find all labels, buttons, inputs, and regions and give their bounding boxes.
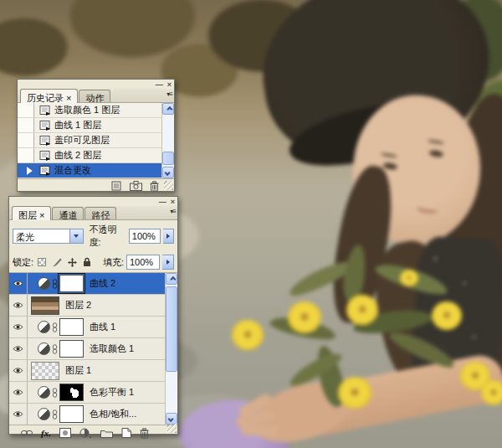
mask-link-icon[interactable] <box>52 322 58 333</box>
opacity-input[interactable]: 100% <box>129 229 161 244</box>
fill-slider-icon[interactable] <box>162 255 174 270</box>
layers-bottom-bar: fx. <box>9 425 177 440</box>
layer-row[interactable]: 选取颜色 1 <box>9 338 177 360</box>
layer-mask-thumbnail[interactable] <box>59 340 84 358</box>
opacity-slider-icon[interactable] <box>163 229 174 244</box>
layer-thumbnail[interactable] <box>31 296 59 315</box>
history-item[interactable]: 曲线 2 图层 <box>18 148 174 163</box>
history-item[interactable]: 曲线 1 图层 <box>18 118 174 133</box>
layer-name[interactable]: 曲线 2 <box>90 277 115 290</box>
blend-mode-select[interactable]: 柔光 <box>13 229 84 244</box>
layer-name[interactable]: 色相/饱和... <box>90 408 136 420</box>
scroll-down-icon[interactable] <box>162 167 174 178</box>
tab-history[interactable]: 历史记录 × <box>20 89 78 103</box>
mask-link-icon[interactable] <box>52 278 58 290</box>
lock-label: 锁定: <box>13 256 33 269</box>
layer-style-icon[interactable]: fx. <box>41 428 51 438</box>
mask-link-icon[interactable] <box>52 387 58 399</box>
layer-mask-thumbnail[interactable] <box>59 318 84 336</box>
history-snapshot-cell[interactable] <box>18 103 34 117</box>
resize-grip[interactable] <box>164 181 173 190</box>
new-snapshot-icon[interactable] <box>130 181 142 191</box>
history-source-cell[interactable] <box>18 163 34 178</box>
minimize-icon[interactable]: — <box>159 198 166 205</box>
visibility-cell[interactable] <box>9 295 28 316</box>
blend-opacity-row: 柔光 不透明度: 100% <box>9 220 177 251</box>
tab-channels[interactable]: 通道 <box>52 207 84 219</box>
lock-position-icon[interactable] <box>66 257 78 268</box>
history-scrollbar[interactable] <box>161 103 174 178</box>
lock-image-icon[interactable] <box>51 257 63 268</box>
blend-mode-value: 柔光 <box>13 229 69 243</box>
tab-actions[interactable]: 动作 <box>79 90 110 102</box>
fill-input[interactable]: 100% <box>126 255 160 270</box>
layer-row[interactable]: 曲线 1 <box>9 317 177 338</box>
delete-layer-icon[interactable] <box>140 428 149 439</box>
layers-scrollbar[interactable] <box>165 273 177 425</box>
layer-mask-thumbnail[interactable] <box>59 275 84 292</box>
visibility-cell[interactable] <box>9 382 28 403</box>
new-group-icon[interactable] <box>100 429 113 438</box>
history-item-selected[interactable]: 混合更改 <box>18 163 174 178</box>
close-icon[interactable]: × <box>167 81 172 88</box>
chevron-down-icon[interactable] <box>69 229 83 243</box>
tab-paths[interactable]: 路径 <box>85 207 116 219</box>
layers-panel-tabs: 图层 × 通道 路径 ▾≡ <box>9 206 177 220</box>
layers-panel: — × 图层 × 通道 路径 ▾≡ 柔光 不透明度: 100% 锁定: 填充: … <box>8 196 178 435</box>
mask-link-icon[interactable] <box>52 343 58 355</box>
scrollbar-thumb[interactable] <box>166 286 177 372</box>
panel-menu-icon[interactable]: ▾≡ <box>166 90 172 98</box>
history-snapshot-cell[interactable] <box>18 118 34 132</box>
visibility-cell[interactable] <box>9 273 28 294</box>
layer-name[interactable]: 色彩平衡 1 <box>90 386 134 399</box>
layer-name[interactable]: 图层 1 <box>65 364 91 377</box>
history-snapshot-cell[interactable] <box>18 148 34 162</box>
delete-state-icon[interactable] <box>150 181 159 192</box>
scroll-down-icon[interactable] <box>166 413 177 425</box>
lock-all-icon[interactable] <box>81 257 93 268</box>
new-document-from-state-icon[interactable] <box>111 181 122 191</box>
close-icon[interactable]: × <box>171 198 175 205</box>
history-snapshot-cell[interactable] <box>18 133 34 147</box>
layer-thumbnail-transparent[interactable] <box>31 362 59 380</box>
scroll-up-icon[interactable] <box>162 103 174 115</box>
scrollbar-thumb[interactable] <box>162 152 174 165</box>
visibility-cell[interactable] <box>9 317 28 337</box>
history-state-icon <box>39 136 51 146</box>
minimize-icon[interactable]: — <box>156 81 163 88</box>
layer-row-selected[interactable]: 曲线 2 <box>9 273 177 295</box>
visibility-cell[interactable] <box>9 360 28 381</box>
resize-grip[interactable] <box>167 424 177 433</box>
layer-name[interactable]: 曲线 1 <box>90 321 115 333</box>
layer-row[interactable]: 色相/饱和... <box>9 404 177 425</box>
visibility-cell[interactable] <box>9 338 28 359</box>
layer-row[interactable]: 色彩平衡 1 <box>9 382 177 404</box>
history-panel-titlebar: — × <box>18 80 174 89</box>
layer-mask-thumbnail[interactable] <box>59 384 84 401</box>
history-panel: — × 历史记录 × 动作 ▾≡ 选取颜色 1 图层 曲线 1 图层 盖印可见图… <box>17 79 175 192</box>
history-state-icon <box>39 121 51 131</box>
history-state-icon <box>39 106 51 116</box>
add-layer-mask-icon[interactable] <box>59 428 71 438</box>
history-item-label: 盖印可见图层 <box>54 134 110 147</box>
eye-icon <box>13 410 23 418</box>
mask-link-icon[interactable] <box>52 409 58 420</box>
history-item[interactable]: 选取颜色 1 图层 <box>18 103 174 118</box>
history-item[interactable]: 盖印可见图层 <box>18 133 174 148</box>
layer-row[interactable]: 图层 2 <box>9 295 177 317</box>
adjustment-layer-icon <box>38 277 50 290</box>
history-list: 选取颜色 1 图层 曲线 1 图层 盖印可见图层 曲线 2 图层 混合更改 <box>18 103 174 178</box>
layer-mask-thumbnail[interactable] <box>59 405 84 423</box>
tab-layers[interactable]: 图层 × <box>12 206 51 220</box>
layer-name[interactable]: 选取颜色 1 <box>90 342 134 355</box>
layer-row[interactable]: 图层 1 <box>9 360 177 382</box>
scroll-up-icon[interactable] <box>166 273 177 285</box>
history-state-icon <box>39 166 51 176</box>
new-layer-icon[interactable] <box>121 428 131 438</box>
visibility-cell[interactable] <box>9 404 28 425</box>
layer-name[interactable]: 图层 2 <box>65 299 91 312</box>
lock-transparency-icon[interactable] <box>36 257 48 268</box>
panel-menu-icon[interactable]: ▾≡ <box>170 208 176 215</box>
link-layers-icon[interactable] <box>21 430 33 436</box>
new-adjustment-layer-icon[interactable] <box>79 428 92 439</box>
